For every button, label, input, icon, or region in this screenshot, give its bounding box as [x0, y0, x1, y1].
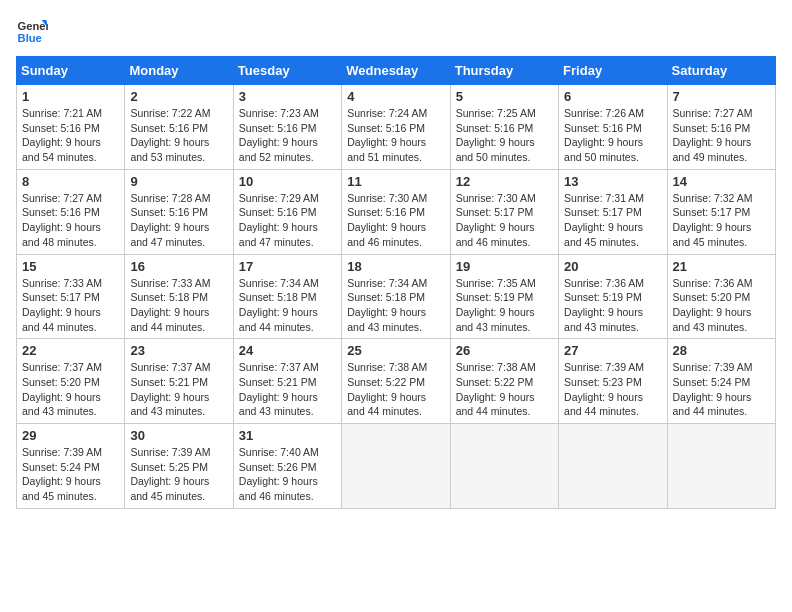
day-number: 23: [130, 343, 227, 358]
day-number: 1: [22, 89, 119, 104]
day-info: Sunrise: 7:22 AM Sunset: 5:16 PM Dayligh…: [130, 106, 227, 165]
day-number: 18: [347, 259, 444, 274]
col-header-friday: Friday: [559, 57, 667, 85]
calendar-cell: 23 Sunrise: 7:37 AM Sunset: 5:21 PM Dayl…: [125, 339, 233, 424]
day-number: 21: [673, 259, 770, 274]
logo-icon: General Blue: [16, 16, 48, 48]
day-info: Sunrise: 7:38 AM Sunset: 5:22 PM Dayligh…: [347, 360, 444, 419]
col-header-thursday: Thursday: [450, 57, 558, 85]
calendar-cell: 15 Sunrise: 7:33 AM Sunset: 5:17 PM Dayl…: [17, 254, 125, 339]
day-number: 15: [22, 259, 119, 274]
calendar-cell: 2 Sunrise: 7:22 AM Sunset: 5:16 PM Dayli…: [125, 85, 233, 170]
calendar-cell: 8 Sunrise: 7:27 AM Sunset: 5:16 PM Dayli…: [17, 169, 125, 254]
calendar-cell: 1 Sunrise: 7:21 AM Sunset: 5:16 PM Dayli…: [17, 85, 125, 170]
day-number: 28: [673, 343, 770, 358]
day-info: Sunrise: 7:34 AM Sunset: 5:18 PM Dayligh…: [239, 276, 336, 335]
day-info: Sunrise: 7:24 AM Sunset: 5:16 PM Dayligh…: [347, 106, 444, 165]
day-number: 19: [456, 259, 553, 274]
day-number: 12: [456, 174, 553, 189]
calendar-cell: 13 Sunrise: 7:31 AM Sunset: 5:17 PM Dayl…: [559, 169, 667, 254]
calendar-cell: 27 Sunrise: 7:39 AM Sunset: 5:23 PM Dayl…: [559, 339, 667, 424]
calendar-cell: [559, 424, 667, 509]
svg-text:Blue: Blue: [18, 32, 42, 44]
calendar-cell: 18 Sunrise: 7:34 AM Sunset: 5:18 PM Dayl…: [342, 254, 450, 339]
calendar-cell: 10 Sunrise: 7:29 AM Sunset: 5:16 PM Dayl…: [233, 169, 341, 254]
day-number: 9: [130, 174, 227, 189]
col-header-sunday: Sunday: [17, 57, 125, 85]
day-number: 10: [239, 174, 336, 189]
day-info: Sunrise: 7:37 AM Sunset: 5:21 PM Dayligh…: [130, 360, 227, 419]
day-info: Sunrise: 7:36 AM Sunset: 5:19 PM Dayligh…: [564, 276, 661, 335]
calendar-week-row: 1 Sunrise: 7:21 AM Sunset: 5:16 PM Dayli…: [17, 85, 776, 170]
calendar-table: SundayMondayTuesdayWednesdayThursdayFrid…: [16, 56, 776, 509]
day-number: 17: [239, 259, 336, 274]
day-info: Sunrise: 7:39 AM Sunset: 5:24 PM Dayligh…: [673, 360, 770, 419]
calendar-cell: 22 Sunrise: 7:37 AM Sunset: 5:20 PM Dayl…: [17, 339, 125, 424]
page-header: General Blue: [16, 16, 776, 48]
day-info: Sunrise: 7:37 AM Sunset: 5:20 PM Dayligh…: [22, 360, 119, 419]
day-info: Sunrise: 7:34 AM Sunset: 5:18 PM Dayligh…: [347, 276, 444, 335]
day-number: 16: [130, 259, 227, 274]
calendar-cell: 5 Sunrise: 7:25 AM Sunset: 5:16 PM Dayli…: [450, 85, 558, 170]
calendar-cell: [450, 424, 558, 509]
day-info: Sunrise: 7:30 AM Sunset: 5:16 PM Dayligh…: [347, 191, 444, 250]
calendar-cell: 16 Sunrise: 7:33 AM Sunset: 5:18 PM Dayl…: [125, 254, 233, 339]
day-info: Sunrise: 7:25 AM Sunset: 5:16 PM Dayligh…: [456, 106, 553, 165]
day-info: Sunrise: 7:32 AM Sunset: 5:17 PM Dayligh…: [673, 191, 770, 250]
day-info: Sunrise: 7:28 AM Sunset: 5:16 PM Dayligh…: [130, 191, 227, 250]
day-number: 22: [22, 343, 119, 358]
day-number: 27: [564, 343, 661, 358]
day-number: 6: [564, 89, 661, 104]
day-info: Sunrise: 7:29 AM Sunset: 5:16 PM Dayligh…: [239, 191, 336, 250]
day-number: 3: [239, 89, 336, 104]
calendar-cell: 19 Sunrise: 7:35 AM Sunset: 5:19 PM Dayl…: [450, 254, 558, 339]
day-info: Sunrise: 7:38 AM Sunset: 5:22 PM Dayligh…: [456, 360, 553, 419]
calendar-week-row: 8 Sunrise: 7:27 AM Sunset: 5:16 PM Dayli…: [17, 169, 776, 254]
calendar-cell: 7 Sunrise: 7:27 AM Sunset: 5:16 PM Dayli…: [667, 85, 775, 170]
col-header-tuesday: Tuesday: [233, 57, 341, 85]
day-number: 26: [456, 343, 553, 358]
logo: General Blue: [16, 16, 52, 48]
calendar-cell: 4 Sunrise: 7:24 AM Sunset: 5:16 PM Dayli…: [342, 85, 450, 170]
calendar-header-row: SundayMondayTuesdayWednesdayThursdayFrid…: [17, 57, 776, 85]
day-info: Sunrise: 7:23 AM Sunset: 5:16 PM Dayligh…: [239, 106, 336, 165]
day-info: Sunrise: 7:39 AM Sunset: 5:24 PM Dayligh…: [22, 445, 119, 504]
day-info: Sunrise: 7:27 AM Sunset: 5:16 PM Dayligh…: [673, 106, 770, 165]
day-info: Sunrise: 7:33 AM Sunset: 5:18 PM Dayligh…: [130, 276, 227, 335]
col-header-saturday: Saturday: [667, 57, 775, 85]
day-info: Sunrise: 7:35 AM Sunset: 5:19 PM Dayligh…: [456, 276, 553, 335]
calendar-cell: 30 Sunrise: 7:39 AM Sunset: 5:25 PM Dayl…: [125, 424, 233, 509]
day-info: Sunrise: 7:30 AM Sunset: 5:17 PM Dayligh…: [456, 191, 553, 250]
day-info: Sunrise: 7:40 AM Sunset: 5:26 PM Dayligh…: [239, 445, 336, 504]
col-header-monday: Monday: [125, 57, 233, 85]
calendar-cell: 12 Sunrise: 7:30 AM Sunset: 5:17 PM Dayl…: [450, 169, 558, 254]
day-number: 8: [22, 174, 119, 189]
col-header-wednesday: Wednesday: [342, 57, 450, 85]
calendar-cell: 14 Sunrise: 7:32 AM Sunset: 5:17 PM Dayl…: [667, 169, 775, 254]
calendar-cell: 17 Sunrise: 7:34 AM Sunset: 5:18 PM Dayl…: [233, 254, 341, 339]
day-info: Sunrise: 7:33 AM Sunset: 5:17 PM Dayligh…: [22, 276, 119, 335]
day-number: 11: [347, 174, 444, 189]
calendar-cell: 6 Sunrise: 7:26 AM Sunset: 5:16 PM Dayli…: [559, 85, 667, 170]
day-number: 29: [22, 428, 119, 443]
day-number: 24: [239, 343, 336, 358]
day-number: 5: [456, 89, 553, 104]
calendar-cell: 3 Sunrise: 7:23 AM Sunset: 5:16 PM Dayli…: [233, 85, 341, 170]
day-info: Sunrise: 7:37 AM Sunset: 5:21 PM Dayligh…: [239, 360, 336, 419]
calendar-cell: 26 Sunrise: 7:38 AM Sunset: 5:22 PM Dayl…: [450, 339, 558, 424]
calendar-cell: 24 Sunrise: 7:37 AM Sunset: 5:21 PM Dayl…: [233, 339, 341, 424]
calendar-cell: [342, 424, 450, 509]
day-info: Sunrise: 7:31 AM Sunset: 5:17 PM Dayligh…: [564, 191, 661, 250]
day-number: 20: [564, 259, 661, 274]
day-number: 25: [347, 343, 444, 358]
calendar-cell: [667, 424, 775, 509]
day-number: 2: [130, 89, 227, 104]
calendar-cell: 25 Sunrise: 7:38 AM Sunset: 5:22 PM Dayl…: [342, 339, 450, 424]
calendar-cell: 9 Sunrise: 7:28 AM Sunset: 5:16 PM Dayli…: [125, 169, 233, 254]
day-number: 14: [673, 174, 770, 189]
calendar-week-row: 29 Sunrise: 7:39 AM Sunset: 5:24 PM Dayl…: [17, 424, 776, 509]
day-info: Sunrise: 7:39 AM Sunset: 5:25 PM Dayligh…: [130, 445, 227, 504]
day-info: Sunrise: 7:21 AM Sunset: 5:16 PM Dayligh…: [22, 106, 119, 165]
day-number: 4: [347, 89, 444, 104]
calendar-cell: 21 Sunrise: 7:36 AM Sunset: 5:20 PM Dayl…: [667, 254, 775, 339]
